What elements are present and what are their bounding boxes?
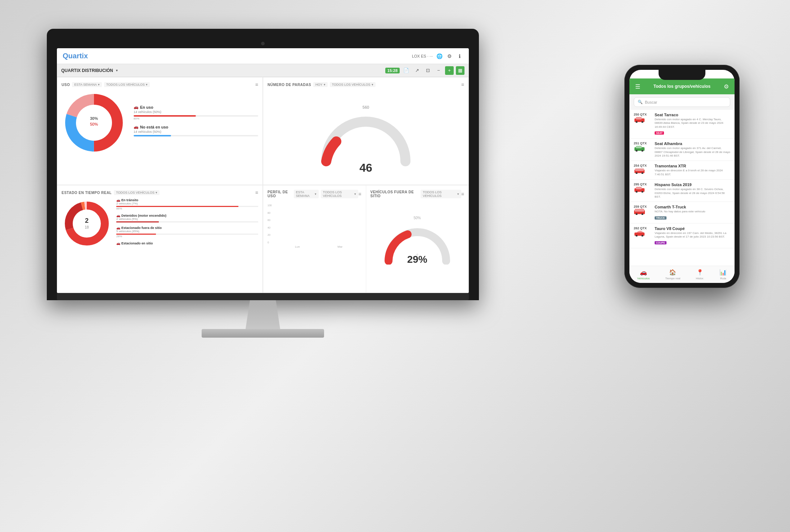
fuera-filter[interactable]: TODOS LOS VEHÍCULOS ▾ xyxy=(421,190,461,198)
list-item[interactable]: 295 QTX Hispano Suiza 2019 Detenido con … xyxy=(629,180,735,202)
estado-detenidos-bar-fill xyxy=(116,221,159,222)
app-header: Quartix LOX ES · ··· 🌐 ⚙ ℹ xyxy=(57,48,469,64)
car-icon-detenidos: 🚗 xyxy=(116,214,120,217)
globe-icon[interactable]: 🌐 xyxy=(436,53,443,60)
vehicle-name: Hispano Suiza 2019 xyxy=(655,182,730,187)
vehicle-id: 295 QTX xyxy=(634,182,650,186)
vehicle-info: Tauro V8 Coupé Viajando en dirección en … xyxy=(655,226,730,245)
plus-icon[interactable]: + xyxy=(445,66,454,75)
toolbar-brand: QUARTIX DISTRIBUCIÓN xyxy=(61,68,113,73)
svg-rect-27 xyxy=(636,187,642,189)
paradas-filter2[interactable]: TODOS LOS VEHÍCULOS ▾ xyxy=(330,82,376,87)
widget-perfil: PERFIL DE USO ESTA SEMANA ▾ TODOS LOS VE… xyxy=(263,185,366,293)
car-icon-uso: 🚗 xyxy=(134,105,139,109)
uso-filter1[interactable]: ESTA SEMANA ▾ xyxy=(72,82,102,87)
estado-transito-title: 🚗 En tránsito xyxy=(116,198,258,202)
histor-nav-label: Histor. xyxy=(696,277,704,280)
search-icon: 🔍 xyxy=(638,100,643,104)
estado-fuera-sub: 5 vehículos (35%) xyxy=(116,230,258,233)
share-icon[interactable]: ↗ xyxy=(413,66,421,75)
toolbar: QUARTIX DISTRIBUCIÓN ▾ 15:28 📄 ↗ ⊡ − + ▦ xyxy=(57,64,469,77)
toolbar-left: QUARTIX DISTRIBUCIÓN ▾ xyxy=(61,68,118,73)
phone-nav-tiempo[interactable]: 🏠 Tiempo real xyxy=(665,269,680,280)
perfil-title: PERFIL DE USO xyxy=(268,190,292,198)
monitor-camera xyxy=(261,42,265,45)
list-item[interactable]: 259 QTX Comarth T-Truck NOTA: No hay dat… xyxy=(629,202,735,223)
svg-rect-19 xyxy=(636,146,642,148)
copy-icon[interactable]: ⊡ xyxy=(423,66,432,75)
phone-nav-histor[interactable]: 📍 Histor. xyxy=(696,269,704,280)
perfil-filter1[interactable]: ESTA SEMANA ▾ xyxy=(294,190,319,198)
fuera-filter-group: VEHÍCULOS FUERA DE SITIO TODOS LOS VEHÍC… xyxy=(371,190,461,198)
widget-uso: USO ESTA SEMANA ▾ TODOS LOS VEHÍCULOS ▾ … xyxy=(57,77,263,185)
y-axis: 100806040200 xyxy=(268,204,272,244)
fuera-header: VEHÍCULOS FUERA DE SITIO TODOS LOS VEHÍC… xyxy=(371,190,464,198)
paradas-menu-icon[interactable]: ≡ xyxy=(461,82,464,87)
uso-legend: 🚗 En uso 14 vehículos (50%) 80% xyxy=(134,105,258,141)
uso-menu-icon[interactable]: ≡ xyxy=(255,82,258,87)
paradas-filter1[interactable]: HOY ▾ xyxy=(313,82,328,87)
uso-filter2[interactable]: TODOS LOS VEHÍCULOS ▾ xyxy=(104,82,150,87)
toolbar-chevron-icon[interactable]: ▾ xyxy=(116,68,118,72)
vehicle-name: Seat Alhambra xyxy=(655,141,730,146)
vehicle-info: Tramontana XTR Viajando en dirección E a… xyxy=(655,164,730,176)
widget-estado-header: ESTADO EN TIEMPO REAL TODOS LOS VEHÍCULO… xyxy=(62,190,258,195)
phone-screen: ☰ Todos los grupos/vehículos ⚙ 🔍 Buscar xyxy=(629,70,735,283)
vehicle-desc: Detenido con motor apagado en 38 C. Seve… xyxy=(655,188,730,199)
list-item[interactable]: 262 QTX Tauro V8 Coupé Viajando en direc… xyxy=(629,224,735,249)
vehicle-icon xyxy=(634,116,645,123)
phone-menu-icon[interactable]: ☰ xyxy=(635,83,640,90)
list-item[interactable]: 250 QTX Seat Tarraco Detenido con motor … xyxy=(629,110,735,139)
legend-en-uso-title: 🚗 En uso xyxy=(134,105,258,109)
vehicle-desc: Viajando en dirección E a 9 km/h el 28 d… xyxy=(655,169,730,176)
perfil-menu-icon[interactable]: ≡ xyxy=(358,191,361,197)
vehicle-name: Tramontana XTR xyxy=(655,164,730,168)
paradas-main-value: 46 xyxy=(359,161,372,175)
paradas-gauge-svg xyxy=(315,111,416,168)
info-icon[interactable]: ℹ xyxy=(456,53,463,60)
phone-nav-vehiculos[interactable]: 🚗 Vehículos xyxy=(637,269,650,280)
list-item[interactable]: 251 QTX Seat Alhambra Detenido con motor… xyxy=(629,139,735,161)
perfil-header: PERFIL DE USO ESTA SEMANA ▾ TODOS LOS VE… xyxy=(268,190,362,198)
phone-nav-ruta[interactable]: 📊 Ruta xyxy=(719,269,727,280)
uso-donut: 30% 50% xyxy=(62,90,126,155)
legend-no-uso-title: 🚗 No está en uso xyxy=(134,125,258,129)
widget-uso-header: USO ESTA SEMANA ▾ TODOS LOS VEHÍCULOS ▾ … xyxy=(62,82,258,87)
perfil-filter2[interactable]: TODOS LOS VEHÍCULOS ▾ xyxy=(321,190,358,198)
user-info: LOX ES · ··· xyxy=(412,54,433,58)
estado-legend: 🚗 En tránsito 2 vehículos (7%) 86% xyxy=(116,198,258,250)
phone-search-box[interactable]: 🔍 Buscar xyxy=(634,97,730,107)
estado-sitio-title: 🚗 Estacionado en sitio xyxy=(116,242,258,245)
vehicle-info: Comarth T-Truck NOTA: No hay datos para … xyxy=(655,205,730,220)
settings-icon[interactable]: ⚙ xyxy=(446,53,453,60)
phone-settings-icon[interactable]: ⚙ xyxy=(724,83,729,90)
list-item[interactable]: 254 QTX Tramontana XTR Viajando en direc… xyxy=(629,161,735,180)
estado-item-sitio: 🚗 Estacionado en sitio xyxy=(116,242,258,245)
widget-paradas: NÚMERO DE PARADAS HOY ▾ TODOS LOS VEHÍCU… xyxy=(263,77,469,185)
estado-fuera-title: 🚗 Estacionado fuera de sitio xyxy=(116,226,258,230)
monitor-screen-border: Quartix LOX ES · ··· 🌐 ⚙ ℹ QUARTIX xyxy=(47,29,479,300)
car-icon-sitio: 🚗 xyxy=(116,242,120,245)
estado-donut-container: 2 18 xyxy=(62,198,112,250)
minus-icon[interactable]: − xyxy=(434,66,443,75)
estado-filter[interactable]: TODOS LOS VEHÍCULOS ▾ xyxy=(114,190,160,195)
svg-rect-15 xyxy=(636,117,642,120)
monitor: Quartix LOX ES · ··· 🌐 ⚙ ℹ QUARTIX xyxy=(47,29,479,338)
estado-fuera-pct: 28% xyxy=(116,235,258,238)
perfil-filter-group: PERFIL DE USO ESTA SEMANA ▾ TODOS LOS VE… xyxy=(268,190,358,198)
scene: Quartix LOX ES · ··· 🌐 ⚙ ℹ QUARTIX xyxy=(0,0,790,532)
fuera-title: VEHÍCULOS FUERA DE SITIO xyxy=(371,190,419,198)
estado-detenidos-title: 🚗 Detenidos (motor encendido) xyxy=(116,214,258,217)
estado-detenidos-bar xyxy=(116,221,258,222)
svg-text:50%: 50% xyxy=(90,122,98,126)
vehicle-id-col: 259 QTX xyxy=(634,205,652,215)
vehicle-name: Seat Tarraco xyxy=(655,113,730,117)
phone-notch xyxy=(659,70,705,80)
doc-icon[interactable]: 📄 xyxy=(402,66,410,75)
widget-paradas-header: NÚMERO DE PARADAS HOY ▾ TODOS LOS VEHÍCU… xyxy=(268,82,464,87)
fuera-menu-icon[interactable]: ≡ xyxy=(461,191,464,197)
widget-fuera: VEHÍCULOS FUERA DE SITIO TODOS LOS VEHÍC… xyxy=(366,185,469,293)
estado-menu-icon[interactable]: ≡ xyxy=(255,190,258,195)
grid-icon[interactable]: ▦ xyxy=(456,66,464,75)
tiempo-nav-icon: 🏠 xyxy=(669,269,676,276)
